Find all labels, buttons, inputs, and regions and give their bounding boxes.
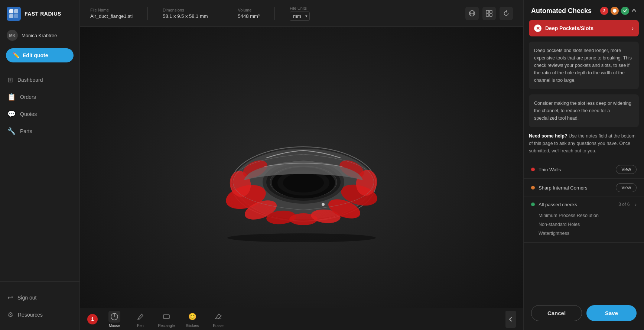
svg-point-31: [322, 203, 325, 206]
thin-walls-view-button[interactable]: View: [616, 165, 637, 174]
badge-green: [621, 7, 629, 15]
badge-red: 2: [600, 7, 608, 15]
logo-icon: [7, 7, 21, 21]
stickers-icon: 😊: [188, 313, 196, 321]
pen-label: Pen: [137, 324, 144, 328]
tool-eraser[interactable]: Eraser: [209, 311, 228, 328]
orange-badge-icon: [612, 9, 617, 13]
parts-icon: 🔧: [7, 127, 16, 135]
passed-sub-items: Minimum Process Resolution Non-standard …: [531, 211, 637, 238]
pen-icon-wrap: [134, 311, 146, 323]
reset-view-button[interactable]: [500, 7, 513, 20]
sharp-corners-view-button[interactable]: View: [616, 183, 637, 192]
resources-icon: ⚙: [7, 311, 13, 319]
app-name: FAST RADIUS: [25, 11, 61, 17]
sharp-corners-item: Sharp Internal Corners View: [524, 179, 644, 197]
model-svg: [212, 111, 391, 245]
dimensions-value: 58.1 x 9.5 x 58.1 mm: [163, 13, 208, 19]
sharp-corners-label: Sharp Internal Corners: [539, 185, 612, 191]
tool-pen[interactable]: Pen: [131, 311, 150, 328]
svg-rect-3: [14, 14, 18, 18]
passed-item-2: Watertightness: [539, 229, 637, 238]
reset-icon: [503, 10, 510, 17]
file-name-value: Air_duct_flange1.stl: [90, 13, 133, 19]
svg-rect-9: [486, 14, 489, 16]
units-wrapper[interactable]: mm in cm: [290, 12, 310, 21]
passed-label: All passed checks: [539, 202, 615, 207]
passed-checks-section: All passed checks 3 of 6 › Minimum Proce…: [524, 197, 644, 243]
divider3: [274, 7, 275, 20]
sidebar: FAST RADIUS MK Monica Krabtree ✏️ Edit q…: [0, 0, 80, 330]
panel-title: Automated Checks: [531, 7, 592, 15]
tool-stickers[interactable]: 😊 Stickers: [183, 311, 202, 328]
panel-collapse-button[interactable]: [631, 7, 637, 15]
chevron-up-icon: [631, 8, 637, 13]
suggestion-text: Consider making the slot less deep or wi…: [534, 100, 634, 122]
sidebar-item-dashboard[interactable]: ⊞ Dashboard: [0, 71, 79, 88]
volume-label: Volume: [238, 8, 260, 12]
drawing-toolbar: 1 Mouse Pen: [80, 308, 523, 330]
toolbar-right: [465, 7, 513, 20]
collapse-panel-button[interactable]: [505, 311, 516, 328]
deep-pockets-card[interactable]: ✕ Deep Pockets/Slots ›: [529, 20, 639, 36]
volume-group: Volume 5448 mm³: [238, 8, 260, 19]
passed-count: 3 of 6: [618, 202, 630, 207]
panel-badges: 2: [600, 7, 637, 15]
sphere-icon: [469, 10, 475, 17]
model-viewport[interactable]: 1 Mouse Pen: [80, 27, 523, 330]
passed-checks-header[interactable]: All passed checks 3 of 6 ›: [531, 201, 637, 207]
help-text: Need some help? Use the notes field at t…: [529, 132, 639, 155]
pencil-icon: ✏️: [13, 52, 20, 59]
svg-rect-7: [486, 10, 489, 13]
green-badge-icon: [623, 9, 627, 13]
eraser-icon-wrap: [212, 311, 224, 323]
avatar: MK: [7, 30, 18, 41]
rectangle-icon: [162, 313, 170, 321]
sidebar-item-quotes[interactable]: 💬 Quotes: [0, 106, 79, 123]
file-name-group: File Name Air_duct_flange1.stl: [90, 8, 133, 19]
edit-quote-button[interactable]: ✏️ Edit quote: [6, 48, 74, 62]
sidebar-item-resources[interactable]: ⚙ Resources: [0, 306, 79, 323]
thin-walls-item: Thin Walls View: [524, 161, 644, 179]
sphere-view-button[interactable]: [465, 7, 479, 20]
signout-icon: ↩: [7, 294, 13, 302]
sidebar-bottom: ↩ Sign out ⚙ Resources: [0, 281, 79, 323]
svg-rect-2: [9, 14, 13, 18]
user-area: MK Monica Krabtree: [0, 30, 79, 48]
error-circle-icon: ✕: [534, 25, 541, 32]
tool-rectangle[interactable]: Rectangle: [157, 311, 176, 328]
stickers-icon-wrap: 😊: [186, 311, 198, 323]
passed-item-0: Minimum Process Resolution: [539, 211, 637, 220]
sidebar-item-parts[interactable]: 🔧 Parts: [0, 123, 79, 140]
save-button[interactable]: Save: [586, 305, 637, 321]
logo-area: FAST RADIUS: [0, 7, 79, 30]
sidebar-item-orders[interactable]: 📋 Orders: [0, 88, 79, 106]
nav-items: ⊞ Dashboard 📋 Orders 💬 Quotes 🔧 Parts: [0, 71, 79, 281]
quotes-icon: 💬: [7, 110, 16, 118]
svg-rect-10: [489, 14, 492, 16]
sidebar-item-signout[interactable]: ↩ Sign out: [0, 289, 79, 306]
sharp-corners-status-dot: [531, 186, 535, 190]
file-name-label: File Name: [90, 8, 133, 12]
suggestion-box: Consider making the slot less deep or wi…: [529, 94, 639, 127]
cancel-button[interactable]: Cancel: [531, 305, 582, 321]
grid-view-button[interactable]: [482, 7, 496, 20]
user-name: Monica Krabtree: [22, 33, 57, 38]
rectangle-icon-wrap: [160, 311, 172, 323]
stickers-label: Stickers: [186, 324, 199, 328]
tool-mouse[interactable]: Mouse: [105, 311, 124, 328]
main-area: File Name Air_duct_flange1.stl Dimension…: [80, 0, 523, 330]
file-units-select[interactable]: mm in cm: [290, 12, 310, 21]
description-box: Deep pockets and slots need longer, more…: [529, 42, 639, 89]
mouse-label: Mouse: [109, 324, 120, 328]
units-group: File Units mm in cm: [290, 6, 310, 21]
dimensions-label: Dimensions: [163, 8, 208, 12]
eraser-label: Eraser: [213, 324, 224, 328]
recording-indicator: 1: [87, 314, 98, 324]
svg-point-36: [613, 9, 617, 13]
collapse-icon: [508, 317, 513, 322]
dimensions-group: Dimensions 58.1 x 9.5 x 58.1 mm: [163, 8, 208, 19]
dashboard-icon: ⊞: [7, 76, 13, 84]
rectangle-label: Rectangle: [158, 324, 175, 328]
svg-rect-8: [489, 10, 492, 13]
